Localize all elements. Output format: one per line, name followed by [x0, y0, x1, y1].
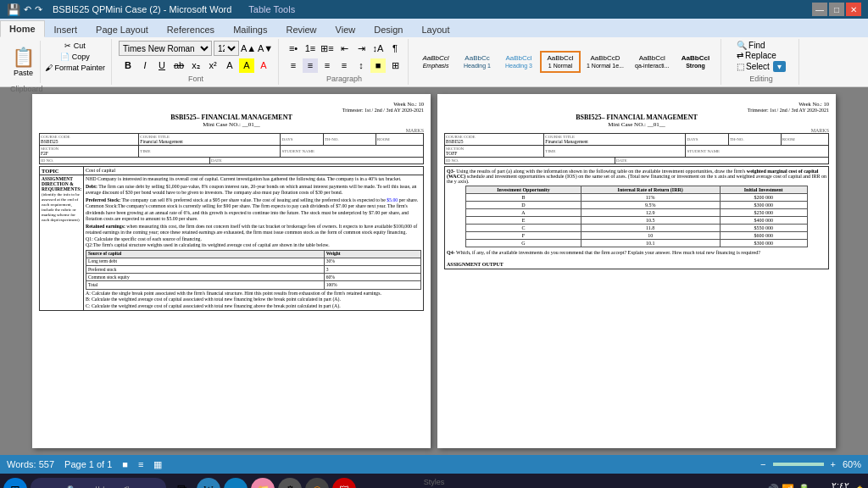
- thno-cell: TH-NO.: [323, 134, 376, 146]
- find-icon: 🔍: [737, 41, 747, 50]
- underline-button[interactable]: U: [154, 58, 170, 73]
- tab-mailings[interactable]: Mailings: [224, 21, 276, 37]
- style-emphasis[interactable]: AaBbCclEmphasis: [415, 51, 456, 73]
- tab-references[interactable]: References: [158, 21, 224, 37]
- q3-cell: Q3- Using the results of part (a) along …: [445, 167, 829, 269]
- view-icon-full[interactable]: ≡: [138, 459, 143, 469]
- tab-review[interactable]: Review: [276, 21, 326, 37]
- copy-button[interactable]: 📄 Copy: [42, 52, 108, 62]
- increase-indent-button[interactable]: ⇥: [353, 42, 369, 56]
- assignment-output-label: ASSIGNMENT OUTPUT: [447, 262, 826, 267]
- cut-button[interactable]: ✂ Cut: [42, 41, 108, 51]
- status-right: − + 60%: [760, 459, 861, 469]
- sort-button[interactable]: ↕A: [370, 42, 386, 56]
- font-size-select[interactable]: 12: [214, 41, 239, 56]
- edge-icon[interactable]: e: [224, 478, 248, 488]
- minimize-button[interactable]: —: [812, 3, 827, 16]
- align-right-button[interactable]: ≡: [320, 58, 335, 73]
- style-heading1[interactable]: AaBbCcHeading 1: [457, 51, 498, 73]
- page-info: Page 1 of 1: [64, 459, 112, 469]
- chrome-icon[interactable]: ◎: [305, 478, 329, 488]
- paste-button[interactable]: 📋 Paste: [7, 41, 41, 83]
- word-taskbar-icon[interactable]: W: [197, 478, 220, 488]
- decrease-indent-button[interactable]: ⇤: [337, 42, 352, 56]
- find-area[interactable]: 🔍 Find: [737, 41, 765, 50]
- title-bar-left: 💾 ↶ ↷ BSBI525 QPMini Case (2) - Microsof…: [7, 3, 295, 16]
- subscript-button[interactable]: x₂: [188, 58, 203, 73]
- style-heading3[interactable]: AaBbCclHeading 3: [498, 51, 539, 73]
- select-icon: ⬚: [737, 62, 744, 71]
- zoom-plus-button[interactable]: +: [831, 459, 836, 469]
- words-count: Words: 557: [7, 459, 54, 469]
- right-content-table: Q3- Using the results of part (a) along …: [444, 166, 829, 269]
- tab-layout[interactable]: Layout: [412, 21, 459, 37]
- file-explorer-icon[interactable]: 📁: [251, 478, 275, 488]
- quick-access-undo[interactable]: ↶: [24, 4, 31, 15]
- replace-icon: ⇄: [737, 51, 743, 60]
- tab-page-layout[interactable]: Page Layout: [86, 21, 158, 37]
- close-button[interactable]: ✕: [846, 3, 861, 16]
- start-button[interactable]: ⊞: [3, 478, 27, 488]
- taskview-button[interactable]: ⧉: [170, 478, 193, 488]
- format-painter-button[interactable]: 🖌 Format Painter: [42, 63, 108, 73]
- topic-value-cell: Cost of capital: [84, 167, 424, 175]
- tab-view[interactable]: View: [326, 21, 365, 37]
- bullets-button[interactable]: ≡•: [286, 42, 301, 56]
- quick-access-redo[interactable]: ↷: [35, 4, 42, 15]
- bold-button[interactable]: B: [120, 58, 136, 73]
- text-effects-button[interactable]: A: [222, 58, 237, 73]
- shrink-font-button[interactable]: A▼: [258, 42, 273, 56]
- left-page[interactable]: Week No.: 10 Trimester: 1st / 2nd / 3rd …: [32, 94, 431, 448]
- editing-label: Editing: [749, 75, 773, 83]
- select-area[interactable]: ⬚ Select ▾: [737, 61, 786, 72]
- clipboard-small-buttons: ✂ Cut 📄 Copy 🖌 Format Painter: [42, 41, 108, 83]
- font-name-select[interactable]: Times New Roman: [119, 41, 212, 56]
- left-form-table: COURSE CODE BSBI525 COURSE TITLE Financi…: [39, 133, 424, 164]
- superscript-button[interactable]: x²: [205, 58, 220, 73]
- replace-area[interactable]: ⇄ Replace: [737, 51, 776, 60]
- select-label: Select: [746, 62, 770, 71]
- grow-font-button[interactable]: A▲: [241, 42, 256, 56]
- align-center-button[interactable]: ≡: [303, 58, 318, 73]
- days-cell: DAYS: [281, 134, 323, 146]
- antivirus-icon[interactable]: 🛡: [332, 478, 356, 488]
- maximize-button[interactable]: □: [829, 3, 844, 16]
- style-normal[interactable]: AaBbCcl1 Normal: [540, 51, 581, 73]
- highlight-button[interactable]: A: [239, 58, 254, 73]
- view-icon-web[interactable]: ▦: [153, 459, 162, 470]
- tab-home[interactable]: Home: [0, 20, 45, 37]
- italic-button[interactable]: I: [137, 58, 153, 73]
- justify-button[interactable]: ≡: [337, 58, 352, 73]
- left-content-table: TOPIC Cost of capital ASSIGNMENT DIRECTI…: [39, 166, 424, 311]
- ribbon-content: 📋 Paste ✂ Cut 📄 Copy 🖌 Format Painter Cl…: [0, 37, 868, 86]
- view-icon-print[interactable]: ■: [122, 459, 128, 469]
- line-spacing-button[interactable]: ↕: [353, 58, 369, 73]
- title-text: BSBI525 QPMini Case (2) - Microsoft Word: [53, 4, 231, 14]
- right-page[interactable]: Week No.: 10 Trimester: 1st / 2nd / 3rd …: [437, 94, 836, 448]
- idno-cell: ID NO.: [40, 158, 210, 164]
- search-bar[interactable]: 🔍 اكتب هنا للبحث: [31, 478, 166, 488]
- zoom-slider[interactable]: [773, 463, 824, 466]
- style-strong[interactable]: AaBbCclStrong: [675, 51, 715, 73]
- style-qa[interactable]: AaBbCclqa-interacti...: [630, 51, 674, 73]
- settings-icon[interactable]: ⚙: [278, 478, 302, 488]
- multilevel-list-button[interactable]: ⊞≡: [320, 42, 335, 56]
- select-badge: ▾: [773, 61, 786, 72]
- tab-insert[interactable]: Insert: [45, 21, 87, 37]
- taskbar-left: ⊞ 🔍 اكتب هنا للبحث ⧉ W e 📁 ⚙ ◎ 🛡: [3, 478, 356, 488]
- align-left-button[interactable]: ≡: [286, 58, 301, 73]
- style-normal1[interactable]: AaBbCcD1 Normal 1e...: [581, 51, 629, 73]
- time-display: ٢:٤٢: [815, 480, 849, 489]
- course-code-cell: COURSE CODE BSBI525: [40, 134, 139, 146]
- zoom-minus-button[interactable]: −: [760, 459, 765, 469]
- left-trimester: Trimester: 1st / 2nd / 3rd AY 2020-2021: [342, 108, 424, 113]
- numbering-button[interactable]: 1≡: [303, 42, 318, 56]
- borders-button[interactable]: ⊞: [387, 58, 403, 73]
- ribbon-tabs: Home Insert Page Layout References Maili…: [0, 19, 868, 37]
- shading-button[interactable]: ■: [370, 58, 386, 73]
- show-hide-button[interactable]: ¶: [387, 42, 403, 56]
- strikethrough-button[interactable]: ab: [171, 58, 186, 73]
- notification-icon[interactable]: 🔔: [854, 485, 865, 489]
- font-color-button[interactable]: A: [256, 58, 271, 73]
- tab-design[interactable]: Design: [364, 21, 412, 37]
